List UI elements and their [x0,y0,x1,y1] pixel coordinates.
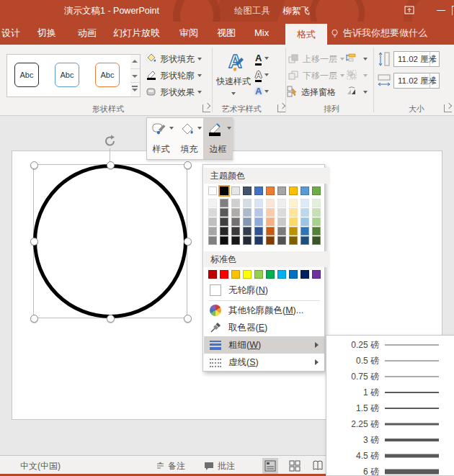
color-swatch[interactable] [289,217,298,226]
color-swatch[interactable] [254,270,263,279]
tab-mix[interactable]: Mix [252,22,272,45]
color-swatch[interactable] [301,208,309,217]
color-swatch[interactable] [254,199,263,207]
shape-fill-button[interactable]: 形状填充 [146,52,202,67]
shape-style-gallery[interactable]: Abc Abc Abc [6,54,131,97]
color-swatch[interactable] [277,227,286,235]
color-swatch[interactable] [301,199,309,207]
color-swatch[interactable] [243,236,252,245]
color-swatch[interactable] [312,187,321,195]
minimize-icon[interactable]: — [435,4,447,16]
gallery-scroll-up-icon[interactable] [130,55,140,68]
color-swatch[interactable] [243,270,252,279]
color-swatch[interactable] [289,208,298,217]
color-swatch[interactable] [220,208,228,217]
color-swatch-selected[interactable] [220,187,228,195]
menu-item-more-outline-colors[interactable]: 其他轮廓颜色(M)... [204,302,324,319]
wordart-dialog-launcher-icon[interactable] [277,104,285,112]
menu-item-eyedropper[interactable]: 取色器(E) [204,319,324,336]
color-swatch[interactable] [231,208,240,217]
color-swatch[interactable] [208,217,217,226]
color-swatch[interactable] [266,199,275,207]
color-swatch[interactable] [208,187,217,195]
color-swatch[interactable] [266,217,275,226]
normal-view-button[interactable] [262,458,278,474]
text-fill-button[interactable]: A [255,50,269,66]
color-swatch[interactable] [312,236,321,245]
resize-handle-w[interactable] [30,238,38,246]
color-swatch[interactable] [266,227,275,235]
color-swatch[interactable] [231,217,240,226]
gallery-more-icon[interactable] [130,82,140,96]
color-swatch[interactable] [312,208,321,217]
resize-handle-se[interactable] [184,315,192,323]
fill-button[interactable]: 填充 [175,118,203,159]
align-objects-button[interactable] [346,52,368,67]
size-dialog-launcher-icon[interactable] [444,104,452,112]
color-swatch[interactable] [231,227,240,235]
color-swatch[interactable] [254,227,263,235]
color-swatch[interactable] [231,187,240,195]
color-swatch[interactable] [277,236,286,245]
color-swatch[interactable] [289,199,298,207]
resize-handle-e[interactable] [184,238,192,246]
color-swatch[interactable] [208,270,217,279]
color-swatch[interactable] [208,236,217,245]
color-swatch[interactable] [220,227,228,235]
tab-transitions[interactable]: 切换 [35,22,59,45]
weight-option[interactable]: 4.5 磅 [327,448,454,464]
color-swatch[interactable] [312,270,321,279]
color-swatch[interactable] [289,236,298,245]
reading-view-button[interactable] [310,458,326,474]
shape-style-thumbnail[interactable]: Abc [14,63,39,87]
color-swatch[interactable] [312,217,321,226]
resize-handle-sw[interactable] [30,315,38,323]
weight-option[interactable]: 0.25 磅 [327,337,454,353]
rotate-handle-icon[interactable] [103,134,117,148]
tab-animations[interactable]: 动画 [75,22,99,45]
shape-outline-button[interactable]: 形状轮廓 [146,68,202,84]
style-button[interactable]: 样式 [147,118,175,159]
shape-style-thumbnail[interactable]: Abc [95,63,120,87]
color-swatch[interactable] [312,227,321,235]
color-swatch[interactable] [266,236,275,245]
color-swatch[interactable] [277,199,286,207]
color-swatch[interactable] [301,236,309,245]
resize-handle-ne[interactable] [184,161,192,169]
comments-button[interactable]: 批注 [218,460,235,472]
color-swatch[interactable] [289,187,298,195]
color-swatch[interactable] [266,208,275,217]
color-swatch[interactable] [277,217,286,226]
color-swatch[interactable] [243,199,252,207]
color-swatch[interactable] [301,227,309,235]
resize-handle-s[interactable] [107,315,115,323]
weight-option[interactable]: 1 磅 [327,385,454,400]
menu-item-weight[interactable]: 粗细(W) [204,336,324,354]
notes-button[interactable]: 备注 [168,460,185,472]
weight-option[interactable]: 3 磅 [327,432,454,448]
shape-effects-button[interactable]: 形状效果 [146,85,202,100]
border-button[interactable]: 边框 [203,118,233,159]
color-swatch[interactable] [243,208,252,217]
color-swatch[interactable] [208,208,217,217]
menu-item-dashes[interactable]: 虚线(S) [204,354,324,371]
color-swatch[interactable] [277,208,286,217]
selection-pane-button[interactable]: 选择窗格 [287,85,336,100]
menu-item-no-outline[interactable]: 无轮廓(N) [204,282,324,299]
color-swatch[interactable] [231,270,240,279]
color-swatch[interactable] [220,270,228,279]
color-swatch[interactable] [208,199,217,207]
text-effects-button[interactable]: A [255,84,269,99]
tab-design[interactable]: 设计 [0,22,23,45]
shape-style-thumbnail[interactable]: Abc [55,63,79,87]
text-outline-button[interactable]: A [255,67,269,82]
tab-slideshow[interactable]: 幻灯片放映 [110,22,163,45]
color-swatch[interactable] [220,217,228,226]
shape-height-field[interactable]: 11.02 厘米 [393,51,440,67]
circle-shape[interactable] [33,164,187,318]
height-spinner[interactable] [429,52,438,66]
color-swatch[interactable] [277,187,286,195]
color-swatch[interactable] [243,217,252,226]
resize-handle-n[interactable] [107,161,115,169]
tab-format[interactable]: 格式 [285,24,327,45]
